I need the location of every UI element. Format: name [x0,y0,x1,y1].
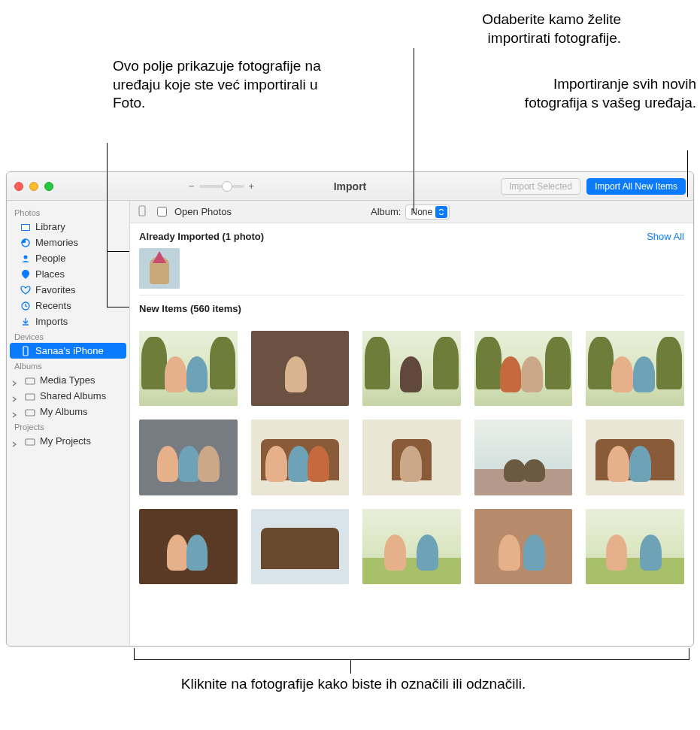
sidebar-item-label: My Albums [40,406,88,417]
iphone-icon [20,346,31,356]
sidebar-item-places[interactable]: Places [7,266,129,282]
photo-thumb[interactable] [139,331,238,406]
photo-thumb[interactable] [362,420,461,495]
svg-rect-10 [139,206,145,216]
callout-line [107,307,129,307]
sidebar-item-label: Favorites [35,284,75,295]
sidebar-item-label: Memories [35,237,78,248]
callout-line [414,48,414,214]
sidebar-item-favorites[interactable]: Favorites [7,282,129,298]
chevron-right-icon [11,377,17,383]
photo-thumb[interactable] [362,331,461,406]
sidebar-item-imports[interactable]: Imports [7,314,129,329]
svg-rect-5 [23,347,28,356]
show-all-link[interactable]: Show All [647,231,684,242]
svg-rect-7 [26,394,35,400]
photo-thumb[interactable] [474,509,573,584]
titlebar: − + Import Import Selected Import All Ne… [7,172,693,201]
sidebar-heading-photos: Photos [7,205,129,219]
callout-bracket [134,648,689,660]
toolbar-title: Import [334,180,367,192]
album-label: Album: [371,206,401,217]
photo-thumb[interactable] [586,509,684,584]
dropdown-caret-icon [435,206,447,218]
zoom-thumb[interactable] [222,181,232,192]
callout-line [687,150,688,197]
memories-icon [20,238,31,248]
folder-icon [25,391,35,401]
zoom-in-icon: + [249,180,255,192]
sidebar-item-label: Media Types [40,374,95,386]
already-imported-thumb[interactable] [139,248,180,289]
photo-thumb[interactable] [139,420,238,495]
zoom-out-icon: − [189,180,195,192]
sidebar-item-library[interactable]: Library [7,219,129,235]
sidebar-item-my-albums[interactable]: My Albums [7,404,129,420]
photo-thumb[interactable] [251,420,350,495]
thumbnail-grid [139,320,684,589]
zoom-slider[interactable]: − + [189,180,254,192]
callout-click-photos: Kliknite na fotografije kako biste ih oz… [143,675,564,694]
callout-line [107,143,108,307]
sidebar-item-label: Shared Albums [40,390,106,401]
open-photos-checkbox[interactable] [157,207,167,217]
sidebar-item-memories[interactable]: Memories [7,235,129,250]
photo-thumb[interactable] [586,420,684,495]
download-icon [20,317,31,327]
chevron-right-icon [11,393,17,399]
main-content: Open Photos Album: None Already Imported… [130,201,693,646]
callout-line [350,660,351,674]
sidebar-item-label: Library [35,221,65,232]
close-window-button[interactable] [14,182,23,191]
places-icon [20,269,31,280]
callout-already-imported: Ovo polje prikazuje fotografije na uređa… [113,57,323,113]
device-icon [138,205,147,219]
content-scroll[interactable]: Already Imported (1 photo) Show All New … [130,223,693,646]
heart-icon [20,285,31,295]
sidebar-item-label: Imports [35,316,68,327]
folder-icon [25,436,35,447]
sidebar-item-label: Sanaa's iPhone [35,345,104,356]
photo-thumb[interactable] [251,331,350,406]
photo-thumb[interactable] [586,331,684,406]
callout-destination: Odaberite kamo želite importirati fotogr… [418,11,621,47]
svg-rect-6 [26,378,35,384]
callout-import-all: Importiranje svih novih fotografija s va… [493,75,696,112]
svg-rect-1 [22,225,29,230]
import-selected-button[interactable]: Import Selected [501,178,580,195]
people-icon [20,253,31,264]
svg-rect-9 [26,439,35,445]
import-all-button[interactable]: Import All New Items [586,178,686,195]
album-dropdown[interactable]: None [405,204,450,220]
fullscreen-window-button[interactable] [44,182,53,191]
chevron-right-icon [11,438,17,444]
zoom-track[interactable] [199,185,244,188]
sidebar-item-label: People [35,253,65,264]
already-imported-heading: Already Imported (1 photo) [139,231,264,242]
photo-thumb[interactable] [474,420,573,495]
sidebar-item-my-projects[interactable]: My Projects [7,433,129,449]
sidebar-heading-projects: Projects [7,420,129,433]
sidebar-item-label: Places [35,268,65,280]
sidebar-item-shared-albums[interactable]: Shared Albums [7,388,129,404]
photo-thumb[interactable] [251,509,350,584]
library-icon [20,222,31,232]
photos-app-window: − + Import Import Selected Import All Ne… [6,171,694,647]
folder-icon [25,407,35,417]
minimize-window-button[interactable] [29,182,38,191]
sidebar-item-device[interactable]: Sanaa's iPhone [10,343,126,359]
photo-thumb[interactable] [362,509,461,584]
chevron-right-icon [11,409,17,415]
sidebar-item-media-types[interactable]: Media Types [7,372,129,388]
photo-thumb[interactable] [139,509,238,584]
import-subbar: Open Photos Album: None [130,201,693,223]
sidebar-item-label: Recents [35,300,71,311]
photo-thumb[interactable] [474,331,573,406]
sidebar-item-people[interactable]: People [7,250,129,266]
sidebar-item-recents[interactable]: Recents [7,298,129,314]
svg-point-3 [24,255,28,259]
new-items-heading: New Items (560 items) [139,303,241,314]
callout-line [107,251,129,252]
svg-rect-8 [26,410,35,416]
window-controls [14,182,53,191]
